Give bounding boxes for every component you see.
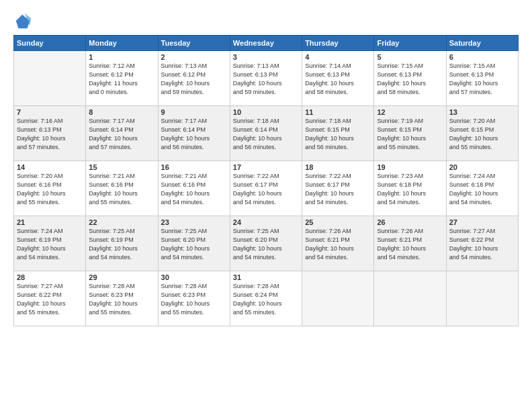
day-number: 9 bbox=[161, 108, 227, 116]
calendar-cell: 17Sunrise: 7:22 AMSunset: 6:17 PMDayligh… bbox=[230, 161, 302, 216]
calendar-cell: 6Sunrise: 7:15 AMSunset: 6:13 PMDaylight… bbox=[446, 51, 518, 106]
day-number: 19 bbox=[377, 163, 443, 171]
day-info: Sunrise: 7:26 AMSunset: 6:21 PMDaylight:… bbox=[377, 227, 443, 262]
day-number: 21 bbox=[17, 218, 83, 226]
week-row-3: 14Sunrise: 7:20 AMSunset: 6:16 PMDayligh… bbox=[14, 161, 519, 216]
calendar-cell: 26Sunrise: 7:26 AMSunset: 6:21 PMDayligh… bbox=[374, 216, 446, 271]
day-info: Sunrise: 7:23 AMSunset: 6:18 PMDaylight:… bbox=[377, 172, 443, 207]
day-info: Sunrise: 7:15 AMSunset: 6:13 PMDaylight:… bbox=[449, 62, 515, 97]
day-number: 23 bbox=[161, 218, 227, 226]
weekday-header-friday: Friday bbox=[374, 36, 446, 51]
calendar-cell: 12Sunrise: 7:19 AMSunset: 6:15 PMDayligh… bbox=[374, 106, 446, 161]
day-info: Sunrise: 7:17 AMSunset: 6:14 PMDaylight:… bbox=[89, 117, 154, 152]
calendar-cell: 21Sunrise: 7:24 AMSunset: 6:19 PMDayligh… bbox=[14, 216, 86, 271]
day-info: Sunrise: 7:28 AMSunset: 6:24 PMDaylight:… bbox=[233, 282, 299, 317]
day-info: Sunrise: 7:20 AMSunset: 6:15 PMDaylight:… bbox=[449, 117, 515, 152]
calendar-cell: 14Sunrise: 7:20 AMSunset: 6:16 PMDayligh… bbox=[14, 161, 86, 216]
weekday-header-sunday: Sunday bbox=[14, 36, 86, 51]
day-info: Sunrise: 7:21 AMSunset: 6:16 PMDaylight:… bbox=[89, 172, 154, 207]
day-number: 5 bbox=[377, 53, 443, 61]
day-info: Sunrise: 7:18 AMSunset: 6:14 PMDaylight:… bbox=[233, 117, 299, 152]
day-number: 25 bbox=[305, 218, 371, 226]
day-number: 4 bbox=[305, 53, 371, 61]
day-info: Sunrise: 7:16 AMSunset: 6:13 PMDaylight:… bbox=[17, 117, 83, 152]
day-info: Sunrise: 7:20 AMSunset: 6:16 PMDaylight:… bbox=[17, 172, 83, 207]
calendar-cell: 1Sunrise: 7:12 AMSunset: 6:12 PMDaylight… bbox=[86, 51, 158, 106]
calendar-cell: 10Sunrise: 7:18 AMSunset: 6:14 PMDayligh… bbox=[230, 106, 302, 161]
logo bbox=[13, 12, 34, 31]
day-number: 28 bbox=[17, 273, 83, 281]
week-row-4: 21Sunrise: 7:24 AMSunset: 6:19 PMDayligh… bbox=[14, 216, 519, 271]
header bbox=[13, 12, 519, 31]
calendar-cell: 7Sunrise: 7:16 AMSunset: 6:13 PMDaylight… bbox=[14, 106, 86, 161]
day-number: 15 bbox=[89, 163, 154, 171]
weekday-header-wednesday: Wednesday bbox=[230, 36, 302, 51]
calendar-cell: 4Sunrise: 7:14 AMSunset: 6:13 PMDaylight… bbox=[302, 51, 374, 106]
day-number: 27 bbox=[449, 218, 515, 226]
day-number: 17 bbox=[233, 163, 299, 171]
day-info: Sunrise: 7:26 AMSunset: 6:21 PMDaylight:… bbox=[305, 227, 371, 262]
calendar-cell: 11Sunrise: 7:18 AMSunset: 6:15 PMDayligh… bbox=[302, 106, 374, 161]
calendar-cell: 18Sunrise: 7:22 AMSunset: 6:17 PMDayligh… bbox=[302, 161, 374, 216]
calendar-cell: 28Sunrise: 7:27 AMSunset: 6:22 PMDayligh… bbox=[14, 271, 86, 326]
page: SundayMondayTuesdayWednesdayThursdayFrid… bbox=[0, 0, 532, 411]
calendar-cell: 29Sunrise: 7:28 AMSunset: 6:23 PMDayligh… bbox=[86, 271, 158, 326]
calendar-cell: 15Sunrise: 7:21 AMSunset: 6:16 PMDayligh… bbox=[86, 161, 158, 216]
weekday-header-tuesday: Tuesday bbox=[158, 36, 230, 51]
calendar-cell: 16Sunrise: 7:21 AMSunset: 6:16 PMDayligh… bbox=[158, 161, 230, 216]
calendar-cell bbox=[446, 271, 518, 326]
day-number: 2 bbox=[161, 53, 227, 61]
day-info: Sunrise: 7:27 AMSunset: 6:22 PMDaylight:… bbox=[17, 282, 83, 317]
day-number: 6 bbox=[449, 53, 515, 61]
calendar-cell bbox=[14, 51, 86, 106]
day-info: Sunrise: 7:19 AMSunset: 6:15 PMDaylight:… bbox=[377, 117, 443, 152]
day-number: 12 bbox=[377, 108, 443, 116]
week-row-1: 1Sunrise: 7:12 AMSunset: 6:12 PMDaylight… bbox=[14, 51, 519, 106]
day-info: Sunrise: 7:25 AMSunset: 6:20 PMDaylight:… bbox=[233, 227, 299, 262]
week-row-2: 7Sunrise: 7:16 AMSunset: 6:13 PMDaylight… bbox=[14, 106, 519, 161]
day-number: 31 bbox=[233, 273, 299, 281]
calendar-cell bbox=[374, 271, 446, 326]
day-number: 26 bbox=[377, 218, 443, 226]
day-number: 24 bbox=[233, 218, 299, 226]
day-number: 8 bbox=[89, 108, 154, 116]
day-number: 10 bbox=[233, 108, 299, 116]
day-info: Sunrise: 7:28 AMSunset: 6:23 PMDaylight:… bbox=[161, 282, 227, 317]
calendar-cell: 24Sunrise: 7:25 AMSunset: 6:20 PMDayligh… bbox=[230, 216, 302, 271]
day-number: 22 bbox=[89, 218, 154, 226]
day-info: Sunrise: 7:22 AMSunset: 6:17 PMDaylight:… bbox=[233, 172, 299, 207]
weekday-header-thursday: Thursday bbox=[302, 36, 374, 51]
day-number: 1 bbox=[89, 53, 154, 61]
calendar-cell: 31Sunrise: 7:28 AMSunset: 6:24 PMDayligh… bbox=[230, 271, 302, 326]
day-number: 3 bbox=[233, 53, 299, 61]
weekday-header-monday: Monday bbox=[86, 36, 158, 51]
day-number: 29 bbox=[89, 273, 154, 281]
calendar-cell bbox=[302, 271, 374, 326]
calendar: SundayMondayTuesdayWednesdayThursdayFrid… bbox=[13, 35, 519, 326]
calendar-cell: 30Sunrise: 7:28 AMSunset: 6:23 PMDayligh… bbox=[158, 271, 230, 326]
day-number: 14 bbox=[17, 163, 83, 171]
day-number: 7 bbox=[17, 108, 83, 116]
day-info: Sunrise: 7:18 AMSunset: 6:15 PMDaylight:… bbox=[305, 117, 371, 152]
calendar-cell: 3Sunrise: 7:13 AMSunset: 6:13 PMDaylight… bbox=[230, 51, 302, 106]
day-info: Sunrise: 7:28 AMSunset: 6:23 PMDaylight:… bbox=[89, 282, 154, 317]
calendar-cell: 5Sunrise: 7:15 AMSunset: 6:13 PMDaylight… bbox=[374, 51, 446, 106]
calendar-cell: 8Sunrise: 7:17 AMSunset: 6:14 PMDaylight… bbox=[86, 106, 158, 161]
calendar-cell: 20Sunrise: 7:24 AMSunset: 6:18 PMDayligh… bbox=[446, 161, 518, 216]
day-info: Sunrise: 7:14 AMSunset: 6:13 PMDaylight:… bbox=[305, 62, 371, 97]
day-info: Sunrise: 7:27 AMSunset: 6:22 PMDaylight:… bbox=[449, 227, 515, 262]
day-info: Sunrise: 7:12 AMSunset: 6:12 PMDaylight:… bbox=[89, 62, 154, 97]
day-number: 13 bbox=[449, 108, 515, 116]
day-number: 30 bbox=[161, 273, 227, 281]
day-info: Sunrise: 7:25 AMSunset: 6:19 PMDaylight:… bbox=[89, 227, 154, 262]
day-info: Sunrise: 7:25 AMSunset: 6:20 PMDaylight:… bbox=[161, 227, 227, 262]
weekday-header-saturday: Saturday bbox=[446, 36, 518, 51]
day-number: 18 bbox=[305, 163, 371, 171]
calendar-cell: 27Sunrise: 7:27 AMSunset: 6:22 PMDayligh… bbox=[446, 216, 518, 271]
calendar-cell: 2Sunrise: 7:13 AMSunset: 6:12 PMDaylight… bbox=[158, 51, 230, 106]
calendar-cell: 9Sunrise: 7:17 AMSunset: 6:14 PMDaylight… bbox=[158, 106, 230, 161]
day-number: 20 bbox=[449, 163, 515, 171]
calendar-cell: 13Sunrise: 7:20 AMSunset: 6:15 PMDayligh… bbox=[446, 106, 518, 161]
day-info: Sunrise: 7:17 AMSunset: 6:14 PMDaylight:… bbox=[161, 117, 227, 152]
day-info: Sunrise: 7:24 AMSunset: 6:18 PMDaylight:… bbox=[449, 172, 515, 207]
